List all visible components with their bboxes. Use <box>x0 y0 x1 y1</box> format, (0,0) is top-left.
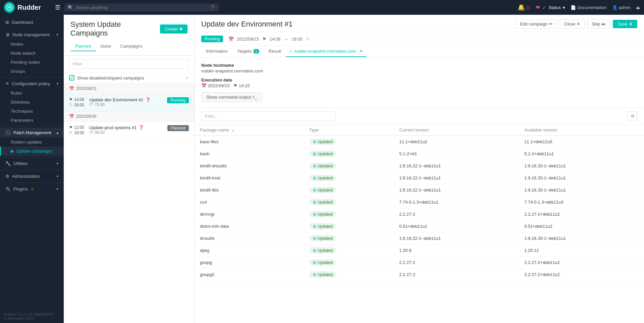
th-package-name[interactable]: Package name ▲ <box>195 125 304 136</box>
sidebar-section-node-management[interactable]: 🖥 Node management ▾ <box>0 30 64 40</box>
sidebar-section-configuration-policy[interactable]: ✎ Configuration policy ▾ <box>0 79 64 89</box>
table-row: gnupg2 Updated 2.2.27-2 2.2.27-2+deb11u2 <box>195 269 644 281</box>
updated-badge: Updated <box>309 235 336 241</box>
skip-icon: ⏭ <box>601 21 606 26</box>
tab-campaigns[interactable]: Campaigns <box>116 42 147 51</box>
campaign-filter-input[interactable] <box>69 59 189 69</box>
package-type-cell: Updated <box>304 269 394 281</box>
package-name-cell: curl <box>195 196 304 208</box>
hamburger-menu[interactable]: ☰ <box>55 4 60 11</box>
sidebar-copyright: © Normation 2022 <box>4 316 60 320</box>
sub-tab-targets[interactable]: Targets 1 <box>232 46 264 57</box>
sub-tab-result[interactable]: Result <box>264 46 286 57</box>
search-input[interactable] <box>76 5 207 10</box>
sidebar-section-utilities[interactable]: 🔧 Utilities ▾ <box>0 159 64 168</box>
svg-point-1 <box>8 6 10 8</box>
package-type-cell: Updated <box>304 208 394 220</box>
status-group[interactable]: ❤ ✓ Status ▾ <box>536 4 565 11</box>
edit-campaign-button[interactable]: Edit campaign ✏ <box>516 19 557 29</box>
arrow-right-icon: ▶ <box>11 149 14 154</box>
package-name-cell: dnsutils <box>195 232 304 245</box>
updated-badge: Updated <box>309 271 336 278</box>
table-toolbar: ↺ <box>195 108 644 125</box>
plus-icon: ✚ <box>179 26 183 32</box>
sidebar-section-plugins[interactable]: 🔌 Plugins ⚠ ▾ <box>0 184 64 194</box>
tab-done[interactable]: Done <box>96 42 116 51</box>
package-name-cell: distro-info-data <box>195 220 304 232</box>
chevron-plugins-icon: ▾ <box>57 187 58 191</box>
current-version-cell: 11.1+deb11u2 <box>394 136 519 148</box>
campaign-info-1: Update dev Environment #1 ❓ ⏱ 75:00 <box>86 97 167 107</box>
table-filter-input[interactable] <box>201 111 335 121</box>
logout-link[interactable]: ⏏ <box>636 5 640 10</box>
sub-tab-node[interactable]: ✓ rudder-snapshot.normation.com ✕ <box>286 46 366 57</box>
updated-badge: Updated <box>309 223 336 229</box>
brand: Rudder <box>4 2 51 13</box>
campaign-duration-2: ⏱ 06:00 <box>89 130 164 135</box>
flag-start-running-icon: ⚑ <box>262 37 266 42</box>
arrow-icon: → <box>284 37 288 42</box>
updated-badge: Updated <box>309 151 336 157</box>
tab-planned[interactable]: Planned <box>70 42 96 51</box>
campaign-item-1[interactable]: ⚑ 14:08 ⚐ 18:00 Update dev Environment #… <box>64 94 194 111</box>
package-type-cell: Updated <box>304 136 394 148</box>
bell-icon: 🔔 <box>518 4 525 11</box>
sidebar-item-update-campaigns[interactable]: ▶ Update campaigns <box>0 147 64 156</box>
sidebar-item-rules[interactable]: Rules <box>0 89 64 98</box>
sub-tab-information[interactable]: Information <box>201 46 232 57</box>
refresh-button[interactable]: ↺ <box>627 111 637 121</box>
sidebar-item-pending-nodes[interactable]: Pending nodes <box>0 58 64 67</box>
utilities-icon: 🔧 <box>5 161 11 166</box>
updated-badge: Updated <box>309 199 336 205</box>
refresh-icon: ↺ <box>631 114 634 119</box>
sidebar-item-parameters[interactable]: Parameters <box>0 116 64 125</box>
th-type[interactable]: Type <box>304 125 394 136</box>
updated-badge: Updated <box>309 139 336 145</box>
sidebar-section-administration[interactable]: ⚙ Administration ▾ <box>0 171 64 181</box>
table-row: dirmngr Updated 2.2.27-2 2.2.27-2+deb11u… <box>195 208 644 220</box>
campaign-item-2[interactable]: ⚑ 12:00 ⚐ 18:00 Update prod systems #1 <box>64 122 194 139</box>
documentation-link[interactable]: 📄 Documentation <box>571 5 606 10</box>
sub-tabs: Information Targets 1 Result ✓ rudder-sn… <box>195 46 644 57</box>
sidebar-item-node-search[interactable]: Node search <box>0 49 64 58</box>
start-time-2: ⚑ 12:00 <box>69 125 86 130</box>
updated-badge: Updated <box>309 175 336 181</box>
sidebar-item-groups[interactable]: Groups <box>0 67 64 76</box>
sidebar-item-nodes[interactable]: Nodes <box>0 40 64 49</box>
sidebar-item-techniques[interactable]: Techniques <box>0 107 64 116</box>
sidebar-item-directives[interactable]: Directives <box>0 98 64 107</box>
th-available-version[interactable]: Available version <box>519 125 644 136</box>
status-dropdown-icon: ▾ <box>563 5 565 10</box>
available-version-cell: 2.2.27-2+deb11u2 <box>519 269 644 281</box>
table-row: dnsutils Updated 1:9.16.22-1~deb11u1 1:9… <box>195 232 644 245</box>
hostname-label: Node hostname <box>201 63 637 68</box>
calendar-icon-1: 📅 <box>69 86 74 91</box>
sidebar-item-system-updates[interactable]: System updates <box>0 138 64 147</box>
package-name-cell: gnupg2 <box>195 269 304 281</box>
create-campaign-button[interactable]: Create ✚ <box>160 24 187 34</box>
show-output-button[interactable]: Show command output >_ <box>201 92 262 102</box>
show-disabled-checkbox[interactable]: ✓ <box>69 75 74 80</box>
check-circle-icon: ✓ <box>289 49 293 54</box>
close-tab-icon[interactable]: ✕ <box>359 49 363 54</box>
package-type-cell: Updated <box>304 172 394 184</box>
close-button[interactable]: Close ✕ <box>560 19 585 29</box>
updated-badge: Updated <box>309 247 336 254</box>
th-current-version[interactable]: Current version <box>394 125 519 136</box>
admin-link[interactable]: 👤 admin <box>612 5 631 10</box>
alert-warnings[interactable]: 🔔 ⚠ <box>518 4 530 11</box>
date-group-1: 📅 2022/09/23 ⚑ 14:08 ⚐ 18:00 <box>64 83 194 111</box>
current-version-cell: 2.2.27-2 <box>394 269 519 281</box>
sidebar-section-patch-management[interactable]: ⬛ Patch Management ▴ <box>0 128 64 138</box>
status-badge-planned-2: Planned <box>167 125 189 131</box>
admin-icon: ⚙ <box>5 174 9 179</box>
campaign-info-2: Update prod systems #1 ❓ ⏱ 06:00 <box>86 125 167 135</box>
save-button[interactable]: Save ⬇ <box>613 20 637 28</box>
package-type-cell: Updated <box>304 232 394 245</box>
pencil-icon: ✏ <box>549 21 553 26</box>
current-version-cell: 1:9.16.22-1~deb11u1 <box>394 232 519 245</box>
current-version-cell: 2.2.27-2 <box>394 208 519 220</box>
skip-button[interactable]: Skip ⏭ <box>587 19 610 29</box>
campaigns-title-text: System Update Campaigns <box>70 20 160 38</box>
sidebar-item-dashboard[interactable]: ⊞ Dashboard <box>0 17 64 27</box>
